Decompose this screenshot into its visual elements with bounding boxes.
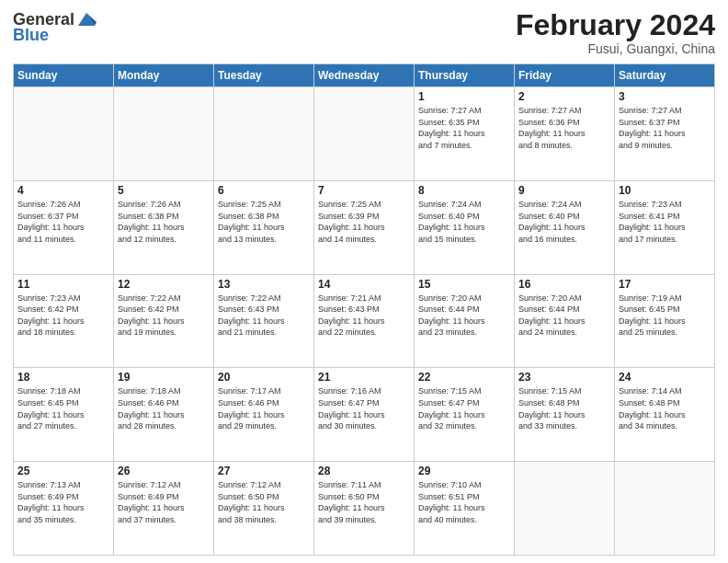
calendar-week-row: 25Sunrise: 7:13 AM Sunset: 6:49 PM Dayli… (14, 462, 715, 556)
calendar-cell: 25Sunrise: 7:13 AM Sunset: 6:49 PM Dayli… (14, 462, 114, 556)
col-header-wednesday: Wednesday (314, 64, 415, 87)
day-number: 8 (418, 184, 510, 197)
day-number: 9 (518, 184, 610, 197)
calendar-cell: 6Sunrise: 7:25 AM Sunset: 6:38 PM Daylig… (214, 180, 314, 274)
calendar-cell: 13Sunrise: 7:22 AM Sunset: 6:43 PM Dayli… (214, 274, 314, 368)
day-number: 5 (118, 184, 210, 197)
day-info: Sunrise: 7:17 AM Sunset: 6:46 PM Dayligh… (218, 385, 310, 431)
calendar-cell: 22Sunrise: 7:15 AM Sunset: 6:47 PM Dayli… (415, 368, 515, 462)
calendar-cell: 5Sunrise: 7:26 AM Sunset: 6:38 PM Daylig… (114, 180, 214, 274)
day-number: 14 (318, 278, 410, 291)
day-info: Sunrise: 7:14 AM Sunset: 6:48 PM Dayligh… (619, 385, 711, 431)
day-info: Sunrise: 7:26 AM Sunset: 6:38 PM Dayligh… (118, 199, 210, 245)
calendar-cell (114, 87, 214, 181)
calendar-cell (214, 87, 314, 181)
day-info: Sunrise: 7:26 AM Sunset: 6:37 PM Dayligh… (17, 199, 109, 245)
calendar-cell: 18Sunrise: 7:18 AM Sunset: 6:45 PM Dayli… (14, 368, 114, 462)
calendar-week-row: 4Sunrise: 7:26 AM Sunset: 6:37 PM Daylig… (14, 180, 715, 274)
logo: General Blue (13, 9, 97, 45)
day-number: 3 (619, 90, 711, 103)
col-header-monday: Monday (114, 64, 214, 87)
day-info: Sunrise: 7:25 AM Sunset: 6:39 PM Dayligh… (318, 199, 410, 245)
day-info: Sunrise: 7:12 AM Sunset: 6:49 PM Dayligh… (118, 479, 210, 525)
calendar-cell (314, 87, 415, 181)
calendar-cell: 20Sunrise: 7:17 AM Sunset: 6:46 PM Dayli… (214, 368, 314, 462)
calendar-cell: 29Sunrise: 7:10 AM Sunset: 6:51 PM Dayli… (415, 462, 515, 556)
calendar-cell: 16Sunrise: 7:20 AM Sunset: 6:44 PM Dayli… (515, 274, 615, 368)
day-number: 2 (518, 90, 610, 103)
day-number: 12 (118, 278, 210, 291)
day-info: Sunrise: 7:20 AM Sunset: 6:44 PM Dayligh… (418, 293, 510, 339)
day-info: Sunrise: 7:27 AM Sunset: 6:37 PM Dayligh… (619, 105, 711, 151)
day-info: Sunrise: 7:18 AM Sunset: 6:46 PM Dayligh… (118, 385, 210, 431)
header: General Blue February 2024 Fusui, Guangx… (13, 9, 715, 56)
day-number: 18 (17, 371, 109, 384)
page: General Blue February 2024 Fusui, Guangx… (0, 0, 728, 563)
logo-blue: Blue (13, 26, 49, 45)
day-number: 23 (518, 371, 610, 384)
day-info: Sunrise: 7:13 AM Sunset: 6:49 PM Dayligh… (17, 479, 109, 525)
calendar-cell: 28Sunrise: 7:11 AM Sunset: 6:50 PM Dayli… (314, 462, 415, 556)
day-number: 11 (17, 278, 109, 291)
calendar-cell (515, 462, 615, 556)
calendar-cell: 2Sunrise: 7:27 AM Sunset: 6:36 PM Daylig… (515, 87, 615, 181)
day-info: Sunrise: 7:10 AM Sunset: 6:51 PM Dayligh… (418, 479, 510, 525)
day-number: 24 (619, 371, 711, 384)
day-info: Sunrise: 7:24 AM Sunset: 6:40 PM Dayligh… (518, 199, 610, 245)
day-number: 26 (118, 465, 210, 477)
calendar-cell: 1Sunrise: 7:27 AM Sunset: 6:35 PM Daylig… (415, 87, 515, 181)
day-info: Sunrise: 7:12 AM Sunset: 6:50 PM Dayligh… (218, 479, 310, 525)
calendar-cell: 15Sunrise: 7:20 AM Sunset: 6:44 PM Dayli… (415, 274, 515, 368)
day-number: 22 (418, 371, 510, 384)
day-info: Sunrise: 7:11 AM Sunset: 6:50 PM Dayligh… (318, 479, 410, 525)
day-number: 15 (418, 278, 510, 291)
day-number: 20 (218, 371, 310, 384)
col-header-thursday: Thursday (415, 64, 515, 87)
calendar-cell: 14Sunrise: 7:21 AM Sunset: 6:43 PM Dayli… (314, 274, 415, 368)
calendar-cell: 12Sunrise: 7:22 AM Sunset: 6:42 PM Dayli… (114, 274, 214, 368)
day-number: 7 (318, 184, 410, 197)
calendar-cell (14, 87, 114, 181)
calendar-table: SundayMondayTuesdayWednesdayThursdayFrid… (13, 63, 715, 556)
day-number: 1 (418, 90, 510, 103)
day-info: Sunrise: 7:22 AM Sunset: 6:43 PM Dayligh… (218, 293, 310, 339)
month-year: February 2024 (516, 9, 715, 41)
calendar-cell: 4Sunrise: 7:26 AM Sunset: 6:37 PM Daylig… (14, 180, 114, 274)
day-info: Sunrise: 7:24 AM Sunset: 6:40 PM Dayligh… (418, 199, 510, 245)
calendar-cell: 24Sunrise: 7:14 AM Sunset: 6:48 PM Dayli… (615, 368, 715, 462)
day-number: 16 (518, 278, 610, 291)
calendar-cell: 27Sunrise: 7:12 AM Sunset: 6:50 PM Dayli… (214, 462, 314, 556)
day-info: Sunrise: 7:21 AM Sunset: 6:43 PM Dayligh… (318, 293, 410, 339)
day-number: 27 (218, 465, 310, 477)
calendar-week-row: 1Sunrise: 7:27 AM Sunset: 6:35 PM Daylig… (14, 87, 715, 181)
day-info: Sunrise: 7:20 AM Sunset: 6:44 PM Dayligh… (518, 293, 610, 339)
day-info: Sunrise: 7:16 AM Sunset: 6:47 PM Dayligh… (318, 385, 410, 431)
day-info: Sunrise: 7:23 AM Sunset: 6:41 PM Dayligh… (619, 199, 711, 245)
calendar-cell: 21Sunrise: 7:16 AM Sunset: 6:47 PM Dayli… (314, 368, 415, 462)
col-header-friday: Friday (515, 64, 615, 87)
col-header-tuesday: Tuesday (214, 64, 314, 87)
col-header-saturday: Saturday (615, 64, 715, 87)
calendar-header-row: SundayMondayTuesdayWednesdayThursdayFrid… (14, 64, 715, 87)
calendar-cell: 11Sunrise: 7:23 AM Sunset: 6:42 PM Dayli… (14, 274, 114, 368)
calendar-week-row: 18Sunrise: 7:18 AM Sunset: 6:45 PM Dayli… (14, 368, 715, 462)
calendar-cell: 23Sunrise: 7:15 AM Sunset: 6:48 PM Dayli… (515, 368, 615, 462)
title-block: February 2024 Fusui, Guangxi, China (516, 9, 715, 56)
calendar-cell: 26Sunrise: 7:12 AM Sunset: 6:49 PM Dayli… (114, 462, 214, 556)
day-number: 4 (17, 184, 109, 197)
day-info: Sunrise: 7:19 AM Sunset: 6:45 PM Dayligh… (619, 293, 711, 339)
calendar-cell: 9Sunrise: 7:24 AM Sunset: 6:40 PM Daylig… (515, 180, 615, 274)
day-info: Sunrise: 7:27 AM Sunset: 6:35 PM Dayligh… (418, 105, 510, 151)
day-info: Sunrise: 7:18 AM Sunset: 6:45 PM Dayligh… (17, 385, 109, 431)
location: Fusui, Guangxi, China (516, 41, 715, 56)
day-number: 17 (619, 278, 711, 291)
day-number: 13 (218, 278, 310, 291)
day-info: Sunrise: 7:22 AM Sunset: 6:42 PM Dayligh… (118, 293, 210, 339)
col-header-sunday: Sunday (14, 64, 114, 87)
day-number: 10 (619, 184, 711, 197)
day-number: 28 (318, 465, 410, 477)
calendar-cell: 7Sunrise: 7:25 AM Sunset: 6:39 PM Daylig… (314, 180, 415, 274)
calendar-cell: 3Sunrise: 7:27 AM Sunset: 6:37 PM Daylig… (615, 87, 715, 181)
logo-icon (76, 9, 97, 29)
calendar-cell: 8Sunrise: 7:24 AM Sunset: 6:40 PM Daylig… (415, 180, 515, 274)
